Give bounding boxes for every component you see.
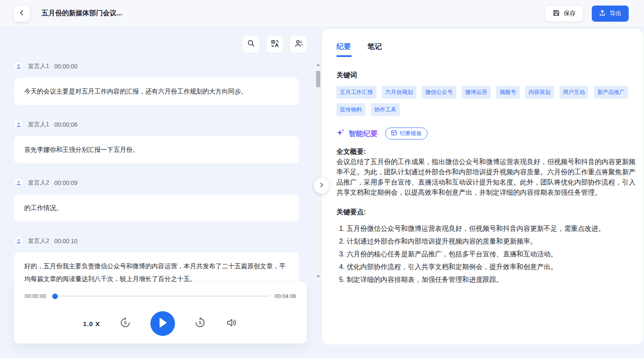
overview-text: 会议总结了五月份的工作成果，指出微信公众号和微博运营表现良好，但视频号和抖音的内… (336, 157, 641, 198)
chevron-left-icon (18, 9, 25, 18)
message-bubble[interactable]: 今天的会议主要是对五月工作内容的汇报，还有六月份工作规划的大方向同步。 (14, 78, 299, 105)
export-button[interactable]: 导出 (592, 6, 629, 22)
keypoint-item: 优化内部协作流程，引入共享文档和定期例会，提升效率和创意产出。 (347, 261, 638, 273)
playback-speed-button[interactable]: 1.0 X (83, 320, 100, 327)
transcript-scrollbar[interactable] (316, 62, 321, 280)
tab-summary-label: 纪要 (336, 43, 351, 51)
keyword-chip[interactable]: 视频号 (496, 86, 520, 99)
overview-title: 全文概要: (336, 147, 640, 157)
transcript-message: 发言人1 00:00:00 今天的会议主要是对五月工作内容的汇报，还有六月份工作… (14, 62, 299, 105)
translate-button[interactable] (266, 36, 283, 53)
message-bubble[interactable]: 首先李娜你和王强分别汇报一下五月份。 (14, 136, 299, 163)
tab-summary[interactable]: 纪要 (336, 42, 352, 57)
panel-tabs: 纪要 笔记 (336, 42, 640, 57)
transcript-toolbar (243, 36, 307, 53)
svg-text:5: 5 (124, 320, 126, 325)
volume-button[interactable] (225, 317, 238, 330)
message-header: 发言人2 00:00:10 (14, 236, 299, 246)
transcript-message: 发言人2 00:00:09 的工作情况。 (14, 178, 299, 222)
app-root: 五月份的新媒体部门会议... 保存 导出 (0, 0, 644, 358)
replay-5-icon: 5 (119, 317, 131, 330)
transcript-pane: 发言人1 00:00:00 今天的会议主要是对五月工作内容的汇报，还有六月份工作… (0, 27, 322, 358)
summary-panel: 纪要 笔记 关键词 五月工作汇报 六月份规划 微信公众号 微博运营 视频号 内容… (322, 29, 643, 344)
upload-icon (599, 9, 606, 17)
current-time: 00:00:00 (25, 293, 46, 299)
message-header: 发言人1 00:00:00 (14, 62, 299, 71)
person-icon (14, 236, 23, 246)
total-duration: 00:04:06 (274, 293, 296, 299)
player-controls: 1.0 X 5 (14, 311, 307, 336)
volume-icon (226, 317, 237, 330)
timestamp: 00:00:06 (54, 121, 78, 128)
keyword-chips: 五月工作汇报 六月份规划 微信公众号 微博运营 视频号 内容策划 用户互动 新产… (336, 86, 636, 116)
message-header: 发言人1 00:00:06 (14, 120, 299, 129)
speaker-name: 发言人2 (28, 237, 49, 245)
player-timeline: 00:00:00 00:04:06 (25, 293, 296, 299)
keypoint-item: 制定详细的内容排期表，加强任务管理和进度跟踪。 (347, 273, 638, 286)
translate-icon (271, 39, 280, 50)
keyword-chip[interactable]: 微博运营 (462, 86, 491, 99)
save-button-label: 保存 (564, 10, 576, 17)
forward-5s-button[interactable]: 5 (194, 317, 206, 330)
timestamp: 00:00:10 (54, 238, 78, 244)
page-title: 五月份的新媒体部门会议... (42, 9, 122, 18)
scrollbar-up-arrow[interactable] (316, 64, 320, 66)
smart-summary-title: 智能纪要 (349, 129, 378, 139)
person-icon (14, 62, 23, 71)
speaker-name: 发言人2 (28, 179, 49, 187)
audio-player: 00:00:00 00:04:06 1.0 X 5 (14, 282, 307, 344)
search-button[interactable] (243, 36, 260, 53)
scrollbar-thumb[interactable] (316, 71, 320, 87)
transcript-list: 发言人1 00:00:00 今天的会议主要是对五月工作内容的汇报，还有六月份工作… (14, 62, 299, 293)
keywords-title: 关键词 (336, 71, 640, 80)
rewind-5s-button[interactable]: 5 (119, 317, 132, 330)
layout-template-icon (391, 130, 397, 137)
keyword-chip[interactable]: 内容策划 (525, 86, 554, 99)
keyword-chip[interactable]: 协作工具 (371, 103, 400, 116)
message-bubble[interactable]: 的工作情况。 (14, 194, 299, 222)
keyword-chip[interactable]: 五月工作汇报 (336, 86, 376, 99)
keyword-chip[interactable]: 用户互动 (559, 86, 588, 99)
keypoints-title: 关键要点: (336, 207, 640, 217)
tab-notes-label: 笔记 (367, 43, 382, 51)
top-bar: 五月份的新媒体部门会议... 保存 导出 (0, 0, 644, 27)
person-icon (14, 120, 23, 129)
back-button[interactable] (14, 6, 30, 22)
transcript-message: 发言人1 00:00:06 首先李娜你和王强分别汇报一下五月份。 (14, 120, 299, 163)
topbar-actions: 保存 导出 (545, 6, 629, 22)
chevron-right-icon (318, 182, 325, 190)
svg-text:5: 5 (198, 320, 201, 325)
summary-template-button[interactable]: 纪要模板 (385, 128, 427, 139)
keyword-chip[interactable]: 新产品推广 (594, 86, 628, 99)
collapse-panel-button[interactable] (314, 178, 329, 193)
timestamp: 00:00:00 (54, 63, 78, 70)
message-header: 发言人2 00:00:09 (14, 178, 299, 188)
smart-summary-header: 智能纪要 纪要模板 (336, 128, 640, 139)
timestamp: 00:00:09 (54, 179, 78, 186)
speakers-button[interactable] (290, 36, 307, 53)
person-icon (14, 178, 23, 188)
save-button[interactable]: 保存 (545, 6, 583, 22)
ai-sparkle-icon (336, 128, 345, 139)
keypoint-item: 六月份的核心任务是新产品推广，包括多平台宣传、直播和互动活动。 (347, 248, 638, 261)
speaker-person-icon (294, 39, 303, 50)
scrollbar-down-arrow[interactable] (316, 276, 320, 278)
keypoints-list: 五月份微信公众号和微博运营表现良好，但视频号和抖音内容更新不足，需重点改进。 计… (336, 222, 638, 286)
speaker-name: 发言人1 (28, 121, 49, 128)
play-button[interactable] (150, 311, 175, 336)
keyword-chip[interactable]: 六月份规划 (382, 86, 416, 99)
keyword-chip[interactable]: 微信公众号 (422, 86, 456, 99)
seek-handle[interactable] (52, 293, 58, 299)
search-icon (247, 39, 255, 49)
forward-5-icon: 5 (194, 317, 206, 330)
export-button-label: 导出 (610, 10, 621, 17)
tab-notes[interactable]: 笔记 (367, 42, 382, 57)
summary-template-label: 纪要模板 (400, 130, 422, 137)
speaker-name: 发言人1 (28, 63, 49, 70)
keyword-chip[interactable]: 宣传物料 (336, 103, 365, 116)
play-icon (158, 318, 167, 330)
floppy-disk-icon (553, 9, 560, 18)
active-tab-underline (336, 55, 352, 57)
seek-bar[interactable] (51, 295, 270, 297)
keypoint-item: 计划通过外部合作和内部培训提升视频内容的质量和更新频率。 (347, 235, 638, 248)
